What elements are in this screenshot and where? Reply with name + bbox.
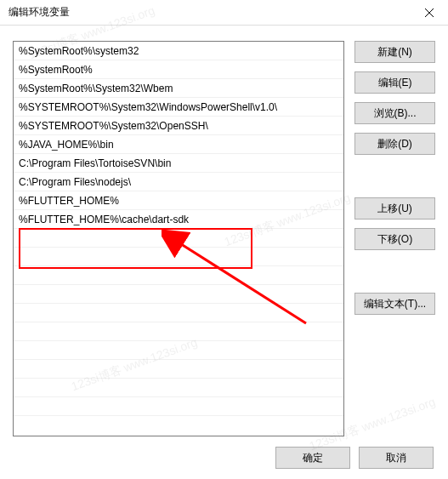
- path-listbox[interactable]: %SystemRoot%\system32 %SystemRoot% %Syst…: [13, 41, 344, 436]
- browse-button[interactable]: 浏览(B)...: [354, 102, 435, 124]
- list-item[interactable]: %FLUTTER_HOME%\cache\dart-sdk: [14, 210, 343, 229]
- list-item[interactable]: %SystemRoot%: [14, 60, 343, 79]
- new-button[interactable]: 新建(N): [354, 41, 435, 63]
- spacer: [354, 163, 435, 189]
- close-button[interactable]: [410, 0, 448, 26]
- main-row: %SystemRoot%\system32 %SystemRoot% %Syst…: [13, 41, 435, 436]
- list-item[interactable]: %SystemRoot%\system32: [14, 42, 343, 60]
- dialog-footer: 确定 取消: [13, 447, 435, 469]
- dialog-content: %SystemRoot%\system32 %SystemRoot% %Syst…: [0, 26, 448, 479]
- move-down-button[interactable]: 下移(O): [354, 228, 435, 250]
- list-item[interactable]: [14, 397, 343, 416]
- list-item[interactable]: C:\Program Files\TortoiseSVN\bin: [14, 154, 343, 173]
- list-item[interactable]: %FLUTTER_HOME%: [14, 191, 343, 210]
- button-sidebar: 新建(N) 编辑(E) 浏览(B)... 删除(D) 上移(U) 下移(O) 编…: [354, 41, 435, 436]
- list-item[interactable]: [14, 266, 343, 285]
- list-item[interactable]: [14, 379, 343, 397]
- ok-button[interactable]: 确定: [275, 447, 350, 469]
- delete-button[interactable]: 删除(D): [354, 133, 435, 155]
- window-title: 编辑环境变量: [9, 5, 70, 20]
- close-icon: [425, 9, 434, 17]
- list-item[interactable]: %SYSTEMROOT%\System32\OpenSSH\: [14, 117, 343, 135]
- edit-text-button[interactable]: 编辑文本(T)...: [354, 293, 435, 315]
- list-item[interactable]: [14, 304, 343, 322]
- move-up-button[interactable]: 上移(U): [354, 197, 435, 220]
- list-item[interactable]: [14, 229, 343, 248]
- list-item[interactable]: [14, 285, 343, 304]
- list-item[interactable]: [14, 248, 343, 266]
- list-item[interactable]: %SystemRoot%\System32\Wbem: [14, 79, 343, 98]
- spacer: [354, 259, 435, 284]
- list-item[interactable]: [14, 322, 343, 341]
- titlebar: 编辑环境变量: [0, 0, 448, 26]
- cancel-button[interactable]: 取消: [359, 447, 434, 469]
- list-item[interactable]: C:\Program Files\nodejs\: [14, 173, 343, 191]
- edit-button[interactable]: 编辑(E): [354, 71, 435, 94]
- list-item[interactable]: %SYSTEMROOT%\System32\WindowsPowerShell\…: [14, 98, 343, 117]
- list-item[interactable]: [14, 360, 343, 379]
- list-item[interactable]: [14, 341, 343, 360]
- list-item[interactable]: %JAVA_HOME%\bin: [14, 135, 343, 154]
